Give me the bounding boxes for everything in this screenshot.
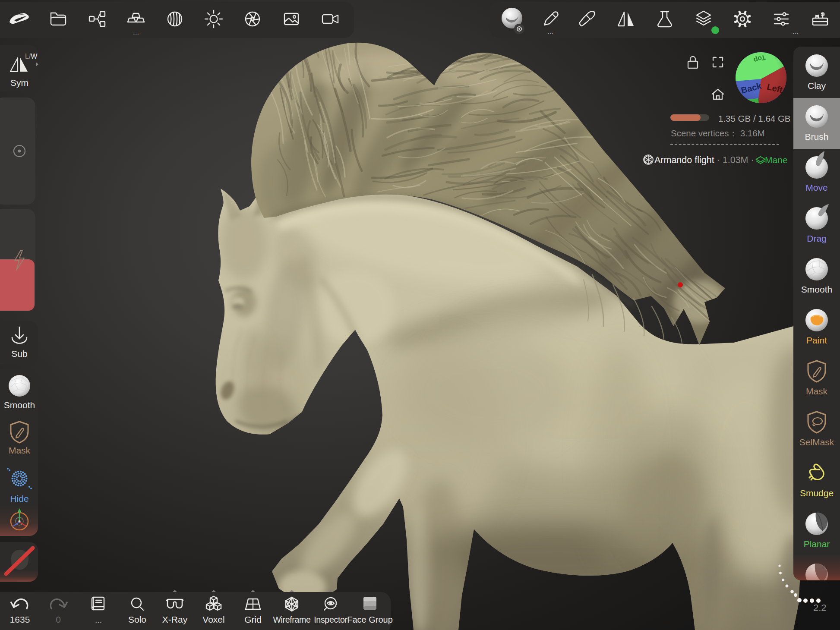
svg-text:Inspector: Inspector — [314, 615, 347, 624]
svg-text:Solo: Solo — [128, 614, 146, 624]
svg-text:Smooth: Smooth — [801, 284, 832, 294]
svg-text:Paint: Paint — [806, 335, 827, 345]
svg-text:...: ... — [793, 27, 799, 35]
svg-text:Planar: Planar — [804, 539, 830, 549]
svg-text:...: ... — [95, 615, 102, 624]
svg-text:Brush: Brush — [805, 132, 829, 142]
svg-text:Face Group: Face Group — [347, 615, 393, 624]
svg-text:Clay: Clay — [808, 81, 826, 91]
svg-text:1635: 1635 — [10, 614, 30, 624]
svg-text:SelMask: SelMask — [799, 437, 834, 447]
svg-text:...: ... — [547, 27, 553, 35]
svg-text:Wireframe: Wireframe — [273, 615, 310, 624]
svg-text:Mask: Mask — [806, 386, 828, 396]
svg-text:Grid: Grid — [244, 614, 262, 624]
svg-text:Drag: Drag — [807, 233, 827, 243]
svg-text:0: 0 — [56, 614, 61, 624]
svg-text:...: ... — [133, 28, 139, 36]
svg-text:L/W: L/W — [25, 53, 38, 60]
svg-text:X-Ray: X-Ray — [162, 614, 188, 624]
svg-text:Move: Move — [805, 183, 827, 192]
svg-text:Smudge: Smudge — [800, 488, 834, 498]
svg-text:Voxel: Voxel — [202, 614, 224, 624]
